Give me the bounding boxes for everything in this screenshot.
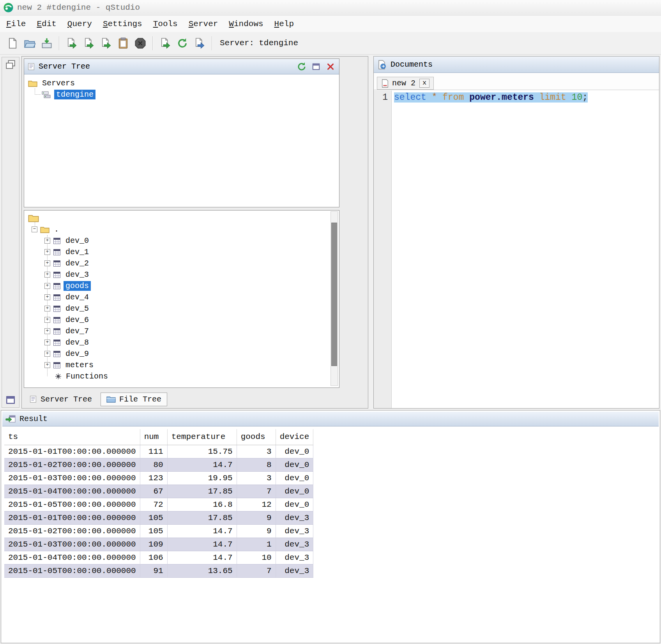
table-name-label[interactable]: dev_3 [64,270,91,280]
tree-item-functions[interactable]: Functions [55,371,339,382]
result-cell[interactable]: dev_3 [276,564,313,577]
expand-icon[interactable]: + [44,283,50,289]
tree-item-dev_7[interactable]: +dev_7 [44,326,339,337]
result-row[interactable]: 2015-01-04T00:00:00.0000006717.857dev_0 [4,485,313,498]
column-header-ts[interactable]: ts [4,429,140,445]
result-row[interactable]: 2015-01-04T00:00:00.00000010614.710dev_3 [4,551,313,564]
table-name-label[interactable]: goods [64,281,91,291]
tab-file-tree[interactable]: File Tree [101,393,167,406]
sql-editor[interactable]: 1 select * from power.meters limit 10; [374,90,659,408]
tree-item-dev_6[interactable]: +dev_6 [44,314,339,326]
result-cell[interactable]: 2015-01-01T00:00:00.000000 [4,445,140,458]
result-row[interactable]: 2015-01-01T00:00:00.00000011115.753dev_0 [4,445,313,458]
result-row[interactable]: 2015-01-01T00:00:00.00000010517.859dev_3 [4,511,313,524]
run-current-line-button[interactable] [81,35,97,51]
server-selector[interactable]: Server: tdengine [220,39,298,48]
sql-statement-line[interactable]: select * from power.meters limit 10; [392,92,659,103]
result-cell[interactable]: dev_3 [276,551,313,564]
expand-icon[interactable]: + [44,317,50,323]
servers-root-label[interactable]: Servers [40,78,77,88]
stop-query-button[interactable] [133,35,148,51]
result-row[interactable]: 2015-01-02T00:00:00.00000010514.79dev_3 [4,524,313,538]
code-area[interactable]: select * from power.meters limit 10; [392,90,659,408]
refresh-button[interactable] [175,35,190,51]
menu-help[interactable]: Help [269,18,299,30]
table-name-label[interactable]: dev_7 [64,326,91,336]
expand-icon[interactable]: + [44,362,50,368]
tree-item-dev_8[interactable]: +dev_8 [44,337,339,348]
export-result-button[interactable] [157,35,173,51]
result-cell[interactable]: dev_3 [276,511,313,524]
result-cell[interactable]: 1 [237,538,276,551]
table-name-label[interactable]: dev_4 [64,292,91,302]
result-cell[interactable]: 8 [237,458,276,471]
result-cell[interactable]: 9 [237,511,276,524]
table-name-label[interactable]: dev_9 [64,349,91,359]
tree-item-dev_9[interactable]: +dev_9 [44,348,339,359]
expand-icon[interactable]: + [44,351,50,357]
run-selection-button[interactable] [98,35,114,51]
result-row[interactable]: 2015-01-03T00:00:00.00000012319.953dev_0 [4,471,313,485]
result-cell[interactable]: 14.7 [167,551,237,564]
tree-item-goods[interactable]: +goods [44,280,339,292]
open-file-button[interactable] [22,35,37,51]
table-name-label[interactable]: dev_8 [64,338,91,347]
result-cell[interactable]: 14.7 [167,458,237,471]
menu-windows[interactable]: Windows [223,18,269,30]
expand-icon[interactable]: + [44,272,50,278]
result-row[interactable]: 2015-01-05T00:00:00.0000007216.812dev_0 [4,498,313,511]
tree-item-dev_1[interactable]: +dev_1 [44,246,339,258]
collapse-icon[interactable]: − [32,226,37,232]
result-cell[interactable]: 91 [140,564,167,577]
result-cell[interactable]: dev_0 [276,471,313,485]
result-cell[interactable]: dev_0 [276,485,313,498]
result-cell[interactable]: 67 [140,485,167,498]
result-cell[interactable]: 3 [237,445,276,458]
result-cell[interactable]: 9 [237,524,276,538]
refresh-button[interactable] [296,61,307,72]
result-cell[interactable]: dev_3 [276,538,313,551]
functions-label[interactable]: Functions [64,372,110,381]
result-cell[interactable]: 2015-01-03T00:00:00.000000 [4,538,140,551]
result-cell[interactable]: 109 [140,538,167,551]
table-name-label[interactable]: dev_2 [64,258,91,268]
result-cell[interactable]: 105 [140,511,167,524]
expand-icon[interactable]: + [44,260,50,266]
tree-item-database-root[interactable]: − . [32,224,339,235]
tree-item-servers[interactable]: Servers [28,78,339,89]
result-cell[interactable]: 2015-01-02T00:00:00.000000 [4,524,140,538]
new-document-button[interactable] [5,35,20,51]
result-cell[interactable]: 2015-01-05T00:00:00.000000 [4,564,140,577]
column-header-goods[interactable]: goods [237,429,276,445]
result-cell[interactable]: 72 [140,498,167,511]
expand-icon[interactable]: + [44,249,50,255]
result-cell[interactable]: 7 [237,485,276,498]
server-value[interactable]: tdengine [259,39,298,48]
save-button[interactable] [39,35,55,51]
result-row[interactable]: 2015-01-03T00:00:00.00000010914.71dev_3 [4,538,313,551]
document-tab-new-2[interactable]: new 2 x [377,77,434,90]
result-cell[interactable]: 2015-01-04T00:00:00.000000 [4,551,140,564]
result-cell[interactable]: 16.8 [167,498,237,511]
result-cell[interactable]: 13.65 [167,564,237,577]
tab-server-tree[interactable]: Server Tree [24,393,97,406]
expand-icon[interactable]: + [44,294,50,300]
expand-icon[interactable]: + [44,306,50,311]
expand-icon[interactable]: + [44,340,50,345]
tree-item-dev_3[interactable]: +dev_3 [44,269,339,280]
result-cell[interactable]: dev_0 [276,445,313,458]
result-cell[interactable]: 17.85 [167,511,237,524]
table-name-label[interactable]: dev_5 [64,304,91,313]
result-cell[interactable]: 17.85 [167,485,237,498]
result-cell[interactable]: 2015-01-02T00:00:00.000000 [4,458,140,471]
expand-icon[interactable]: + [44,328,50,334]
menu-query[interactable]: Query [62,18,97,30]
database-root-label[interactable]: . [52,225,61,234]
result-cell[interactable]: 2015-01-04T00:00:00.000000 [4,485,140,498]
menu-tools[interactable]: Tools [148,18,183,30]
tree-item-tdengine[interactable]: tdengine [41,89,339,100]
tree-item-dev_4[interactable]: +dev_4 [44,292,339,303]
result-cell[interactable]: 2015-01-05T00:00:00.000000 [4,498,140,511]
result-cell[interactable]: 19.95 [167,471,237,485]
result-cell[interactable]: 15.75 [167,445,237,458]
